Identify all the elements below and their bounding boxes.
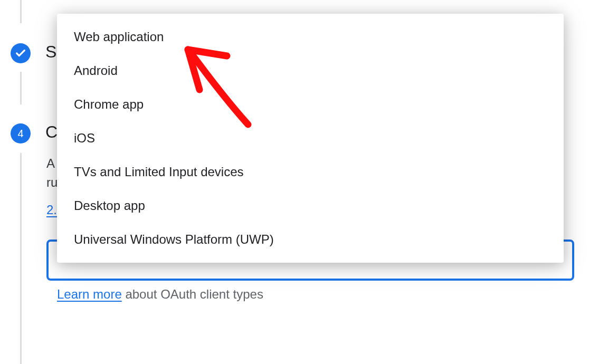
stepper-line-top [20, 0, 22, 23]
learn-more-suffix: about OAuth client types [122, 287, 263, 301]
step-heading-c: C [45, 122, 58, 142]
body-line-2: ru [46, 173, 58, 192]
dropdown-item-desktop-app[interactable]: Desktop app [57, 189, 564, 223]
step-badge-completed [11, 43, 31, 63]
dropdown-item-tvs-limited-input[interactable]: TVs and Limited Input devices [57, 155, 564, 189]
check-icon [15, 47, 26, 59]
body-line-1: A [46, 154, 58, 173]
stepper-line-mid [20, 72, 22, 104]
dropdown-item-ios[interactable]: iOS [57, 121, 564, 155]
step-body: A ru [46, 154, 58, 192]
dropdown-item-web-application[interactable]: Web application [57, 20, 564, 54]
dropdown-item-android[interactable]: Android [57, 54, 564, 88]
dropdown-item-uwp[interactable]: Universal Windows Platform (UWP) [57, 223, 564, 256]
learn-more-row: Learn more about OAuth client types [57, 287, 263, 302]
body-link-fragment[interactable]: 2. [46, 203, 57, 217]
stepper-line-bottom [20, 153, 22, 364]
dropdown-item-chrome-app[interactable]: Chrome app [57, 88, 564, 121]
application-type-dropdown[interactable]: Web application Android Chrome app iOS T… [57, 14, 564, 263]
step-number-4: 4 [17, 128, 23, 140]
step-heading-s: S [45, 42, 56, 62]
learn-more-link[interactable]: Learn more [57, 287, 122, 301]
step-badge-4: 4 [11, 123, 31, 143]
